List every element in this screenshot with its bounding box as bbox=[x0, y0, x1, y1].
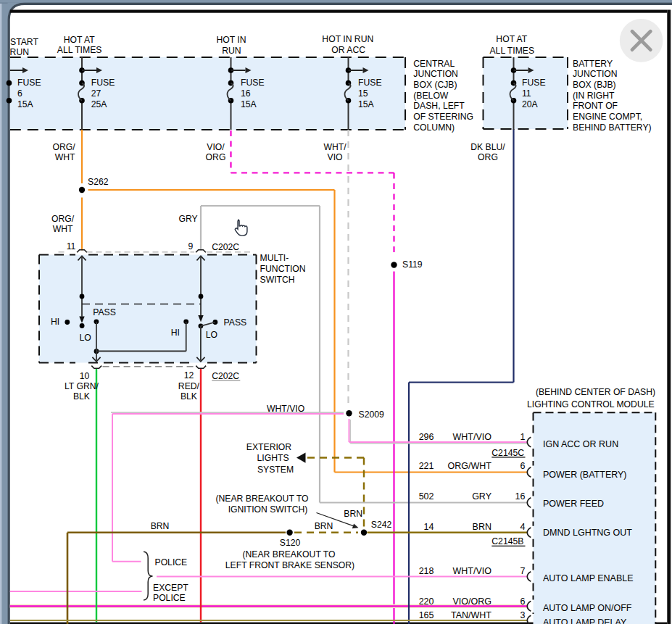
svg-text:1: 1 bbox=[520, 432, 526, 442]
svg-text:OR ACC: OR ACC bbox=[331, 45, 365, 55]
svg-text:165: 165 bbox=[419, 610, 434, 620]
svg-text:4: 4 bbox=[520, 522, 526, 532]
svg-text:RUN: RUN bbox=[10, 47, 29, 57]
svg-text:ENGINE COMPT,: ENGINE COMPT, bbox=[573, 112, 642, 122]
svg-text:EXTERIOR: EXTERIOR bbox=[246, 442, 291, 452]
svg-text:15: 15 bbox=[358, 88, 368, 99]
svg-text:12: 12 bbox=[184, 370, 194, 380]
svg-text:IGN ACC OR RUN: IGN ACC OR RUN bbox=[543, 439, 618, 449]
svg-text:BOX (CJB): BOX (CJB) bbox=[413, 80, 457, 90]
svg-text:S262: S262 bbox=[88, 177, 109, 187]
svg-text:START: START bbox=[10, 37, 38, 47]
svg-text:14: 14 bbox=[424, 522, 434, 532]
svg-text:6: 6 bbox=[520, 461, 526, 471]
svg-text:FUNCTION: FUNCTION bbox=[260, 264, 306, 274]
svg-text:11: 11 bbox=[522, 88, 531, 99]
svg-text:15A: 15A bbox=[241, 99, 257, 109]
svg-text:CENTRAL: CENTRAL bbox=[413, 59, 455, 69]
svg-text:SYSTEM: SYSTEM bbox=[257, 465, 294, 475]
svg-text:HOT IN RUN: HOT IN RUN bbox=[322, 34, 373, 44]
svg-text:(NEAR BREAKOUT TO: (NEAR BREAKOUT TO bbox=[243, 549, 336, 559]
svg-text:PASS: PASS bbox=[224, 317, 247, 328]
svg-text:(NEAR BREAKOUT TO: (NEAR BREAKOUT TO bbox=[216, 494, 309, 504]
svg-text:IGNITION SWITCH): IGNITION SWITCH) bbox=[228, 504, 308, 515]
svg-text:RUN: RUN bbox=[222, 46, 241, 56]
svg-text:11: 11 bbox=[67, 241, 76, 251]
svg-text:(IN RIGHT: (IN RIGHT bbox=[573, 91, 615, 101]
svg-text:218: 218 bbox=[419, 566, 434, 576]
svg-text:SWITCH: SWITCH bbox=[260, 275, 295, 285]
svg-text:221: 221 bbox=[419, 461, 434, 471]
svg-text:COLUMN): COLUMN) bbox=[413, 122, 455, 133]
svg-text:BEHIND BATTERY): BEHIND BATTERY) bbox=[573, 122, 652, 133]
svg-text:MULTI-: MULTI- bbox=[260, 253, 289, 263]
svg-text:BRN: BRN bbox=[151, 521, 170, 531]
svg-text:27: 27 bbox=[91, 88, 101, 99]
svg-text:S242: S242 bbox=[371, 520, 392, 530]
svg-text:9: 9 bbox=[188, 241, 193, 251]
svg-text:VIO/: VIO/ bbox=[207, 142, 225, 152]
svg-text:6: 6 bbox=[17, 88, 22, 99]
svg-text:WHT/VIO: WHT/VIO bbox=[267, 404, 304, 414]
svg-text:6: 6 bbox=[520, 596, 526, 607]
svg-text:FUSE: FUSE bbox=[522, 78, 546, 88]
svg-text:VIO/ORG: VIO/ORG bbox=[453, 596, 491, 607]
svg-text:ORG: ORG bbox=[206, 152, 226, 162]
svg-text:WHT/VIO: WHT/VIO bbox=[453, 432, 492, 442]
svg-text:PASS: PASS bbox=[93, 307, 116, 317]
svg-text:ORG/: ORG/ bbox=[51, 214, 75, 224]
svg-text:S119: S119 bbox=[402, 259, 423, 270]
svg-text:FUSE: FUSE bbox=[91, 78, 115, 88]
svg-text:WHT/: WHT/ bbox=[323, 142, 347, 152]
svg-text:AUTO LAMP ON/OFF: AUTO LAMP ON/OFF bbox=[543, 603, 632, 613]
svg-text:C2145C: C2145C bbox=[491, 448, 524, 458]
svg-text:AUTO LAMP DELAY: AUTO LAMP DELAY bbox=[543, 617, 627, 624]
svg-text:GRY: GRY bbox=[178, 214, 197, 224]
svg-text:BLK: BLK bbox=[181, 391, 197, 402]
svg-text:BRN: BRN bbox=[473, 522, 491, 532]
svg-text:WHT: WHT bbox=[53, 224, 73, 234]
svg-text:FUSE: FUSE bbox=[358, 78, 382, 88]
svg-text:HI: HI bbox=[171, 328, 180, 338]
svg-text:BRN: BRN bbox=[344, 509, 362, 519]
svg-text:HOT AT: HOT AT bbox=[64, 35, 95, 45]
svg-text:POLICE: POLICE bbox=[153, 593, 186, 603]
svg-text:BATTERY: BATTERY bbox=[573, 59, 613, 69]
svg-text:S2009: S2009 bbox=[359, 409, 384, 420]
svg-text:502: 502 bbox=[419, 491, 434, 502]
svg-text:10: 10 bbox=[80, 371, 90, 381]
svg-text:20A: 20A bbox=[522, 99, 539, 109]
svg-text:FRONT OF: FRONT OF bbox=[573, 101, 618, 111]
svg-text:BOX (BJB): BOX (BJB) bbox=[573, 80, 616, 90]
svg-text:EXCEPT: EXCEPT bbox=[153, 583, 188, 593]
svg-text:C202C: C202C bbox=[212, 242, 239, 252]
svg-text:ORG/WHT: ORG/WHT bbox=[448, 461, 492, 471]
svg-text:OF STEERING: OF STEERING bbox=[413, 112, 473, 122]
svg-text:25A: 25A bbox=[91, 99, 108, 109]
svg-text:FUSE: FUSE bbox=[241, 78, 265, 88]
svg-text:VIO: VIO bbox=[328, 152, 343, 162]
svg-text:AUTO LAMP ENABLE: AUTO LAMP ENABLE bbox=[543, 573, 634, 583]
svg-text:(BEHIND CENTER OF DASH): (BEHIND CENTER OF DASH) bbox=[536, 387, 655, 397]
svg-text:TAN/WHT: TAN/WHT bbox=[451, 610, 491, 620]
svg-text:HOT AT: HOT AT bbox=[496, 34, 527, 44]
svg-text:HOT IN: HOT IN bbox=[216, 35, 246, 45]
svg-text:BRN: BRN bbox=[315, 521, 333, 531]
svg-text:DASH, LEFT: DASH, LEFT bbox=[413, 101, 465, 111]
svg-text:WHT/VIO: WHT/VIO bbox=[453, 566, 492, 576]
svg-text:POLICE: POLICE bbox=[155, 557, 188, 567]
svg-text:220: 220 bbox=[419, 596, 434, 607]
svg-text:ORG/: ORG/ bbox=[52, 142, 75, 152]
svg-text:LT GRN/: LT GRN/ bbox=[65, 381, 99, 391]
svg-text:LO: LO bbox=[80, 333, 91, 343]
svg-text:LIGHTING CONTROL MODULE: LIGHTING CONTROL MODULE bbox=[527, 399, 655, 409]
svg-text:WHT: WHT bbox=[55, 152, 75, 162]
svg-text:RED/: RED/ bbox=[178, 381, 200, 391]
svg-text:LIGHTS: LIGHTS bbox=[257, 453, 289, 463]
svg-text:15A: 15A bbox=[17, 99, 34, 109]
svg-text:C2145B: C2145B bbox=[491, 536, 523, 546]
svg-text:15A: 15A bbox=[358, 99, 375, 109]
svg-text:296: 296 bbox=[419, 432, 434, 442]
svg-text:DMND LGHTNG OUT: DMND LGHTNG OUT bbox=[543, 528, 632, 538]
svg-text:(BELOW: (BELOW bbox=[413, 91, 449, 101]
